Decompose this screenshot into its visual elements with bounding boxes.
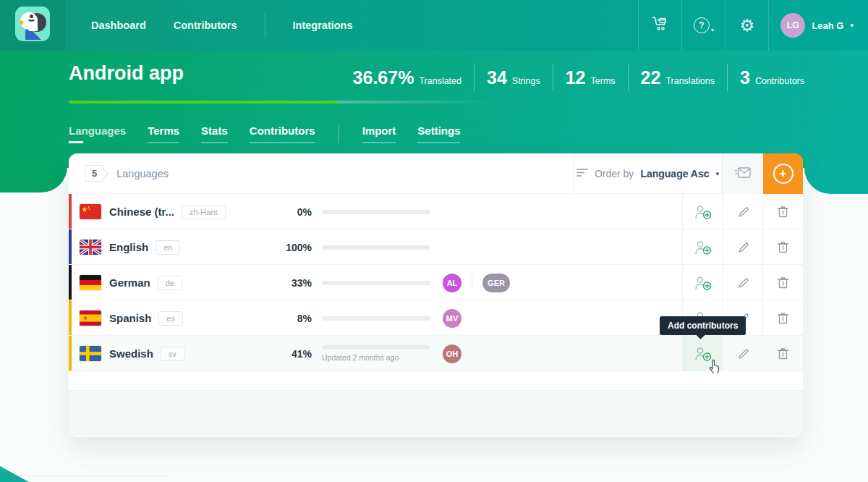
tabs-divider <box>339 124 339 143</box>
stat-terms: 12 Terms <box>566 67 616 88</box>
language-code-badge: zh-Hant <box>182 205 226 219</box>
contributor-avatars: AL GER <box>443 265 510 300</box>
language-row-english[interactable]: English en 100% <box>69 229 803 265</box>
stat-divider <box>474 64 475 91</box>
language-percent: 41% <box>264 336 312 371</box>
order-by-value: Language Asc <box>640 168 709 179</box>
stat-label: Translated <box>419 76 461 86</box>
stat-value: 12 <box>566 67 586 88</box>
sort-icon <box>576 167 588 180</box>
add-contributors-button[interactable] <box>682 265 723 300</box>
stat-divider <box>727 64 728 91</box>
language-code-badge: es <box>158 311 183 326</box>
nav-link-contributors[interactable]: Contributors <box>174 20 237 31</box>
edit-language-button[interactable] <box>723 336 763 371</box>
avatar[interactable]: OH <box>443 344 461 363</box>
nav-link-integrations[interactable]: Integrations <box>293 20 353 31</box>
stat-label: Contributors <box>755 76 804 86</box>
poeditor-logo-icon <box>15 7 50 44</box>
stat-value: 34 <box>487 67 507 88</box>
tab-terms[interactable]: Terms <box>148 124 179 143</box>
stat-translations: 22 Translations <box>641 67 715 88</box>
language-code-badge: sv <box>161 347 184 361</box>
stat-translated: 36.67% Translated <box>353 67 461 88</box>
row-color-stripe <box>69 300 72 335</box>
language-count-badge: 5 <box>85 165 104 182</box>
edit-language-button[interactable] <box>723 265 763 300</box>
language-row-chinese[interactable]: Chinese (tr... zh-Hant 0% <box>69 194 803 229</box>
progress-bar <box>322 300 430 336</box>
add-contributors-button[interactable] <box>682 229 723 265</box>
language-row-german[interactable]: German de 33% AL GER <box>69 265 803 300</box>
tooltip: Add contributors <box>660 316 746 335</box>
flag-germany-icon <box>80 275 101 290</box>
gear-icon: ⚙ <box>740 17 755 34</box>
language-name-wrap: Swedish sv <box>109 336 184 371</box>
plus-icon: + <box>773 164 793 184</box>
cart-icon <box>651 15 670 35</box>
language-count-label: Languages <box>116 168 169 179</box>
logo-cell[interactable] <box>0 0 65 51</box>
edit-language-button[interactable] <box>723 229 763 265</box>
project-progress-track <box>69 101 495 103</box>
language-name-wrap: Spanish es <box>109 300 183 336</box>
row-color-stripe <box>69 194 72 229</box>
order-by-label: Order by <box>595 168 634 179</box>
flag-china-icon <box>80 204 101 219</box>
delete-language-button[interactable] <box>762 300 803 336</box>
delete-language-button[interactable] <box>762 194 803 229</box>
language-percent: 8% <box>264 300 312 336</box>
language-name: German <box>109 276 150 289</box>
language-percent: 33% <box>264 265 312 300</box>
delete-language-button[interactable] <box>762 229 803 265</box>
project-progress-fill <box>69 101 338 103</box>
user-avatar: LG <box>780 13 805 38</box>
delete-language-button[interactable] <box>762 336 803 371</box>
nav-link-dashboard[interactable]: Dashboard <box>91 20 146 31</box>
card-header-actions: Order by Language Asc ▾ + <box>574 153 803 194</box>
language-name: Chinese (tr... <box>109 206 174 218</box>
progress-bar: Updated 2 months ago <box>322 336 430 371</box>
last-updated-text: Updated 2 months ago <box>322 353 430 362</box>
chevron-down-icon: ▾ <box>716 170 720 177</box>
add-contributors-button[interactable] <box>682 194 723 229</box>
language-percent: 100% <box>264 229 312 265</box>
help-button[interactable]: ?▾ <box>681 0 725 51</box>
language-name: English <box>109 241 148 253</box>
language-percent: 0% <box>264 194 312 229</box>
cursor-hand-icon <box>707 358 721 377</box>
user-menu[interactable]: LG Leah G ▾ <box>768 0 868 51</box>
language-name-wrap: Chinese (tr... zh-Hant <box>109 194 226 229</box>
top-nav: Dashboard Contributors Integrations ?▾ ⚙ <box>0 0 868 51</box>
language-name-wrap: English en <box>109 229 180 265</box>
card-header: 5 Languages Order by Language Asc ▾ <box>69 153 803 194</box>
stat-value: 3 <box>740 67 750 88</box>
languages-card: 5 Languages Order by Language Asc ▾ <box>69 153 803 437</box>
avatar[interactable]: MV <box>443 309 461 328</box>
tab-languages[interactable]: Languages <box>69 124 126 143</box>
tab-contributors[interactable]: Contributors <box>250 124 315 143</box>
settings-button[interactable]: ⚙ <box>725 0 768 51</box>
progress-bar <box>322 229 430 265</box>
send-invite-button[interactable] <box>721 153 763 194</box>
stat-label: Strings <box>512 76 540 86</box>
language-row-swedish[interactable]: Swedish sv 41% Updated 2 months ago OH <box>69 336 803 371</box>
cart-button[interactable] <box>638 0 681 51</box>
avatar[interactable]: GER <box>482 274 510 292</box>
tab-settings[interactable]: Settings <box>417 124 460 143</box>
project-tabs: Languages Terms Stats Contributors Impor… <box>69 124 460 143</box>
tab-stats[interactable]: Stats <box>201 124 228 143</box>
tab-import[interactable]: Import <box>362 124 396 143</box>
stat-divider <box>628 64 629 91</box>
order-by-dropdown[interactable]: Order by Language Asc ▾ <box>574 153 721 194</box>
chevron-down-icon: ▾ <box>850 22 854 29</box>
language-name: Swedish <box>109 347 153 360</box>
card-footer <box>69 391 803 436</box>
avatar[interactable]: AL <box>443 274 461 292</box>
add-language-button[interactable]: + <box>763 153 803 194</box>
delete-language-button[interactable] <box>762 265 803 300</box>
language-name: Spanish <box>109 312 151 324</box>
nav-divider <box>265 13 265 38</box>
edit-language-button[interactable] <box>723 194 763 229</box>
header-curve-left <box>0 166 67 193</box>
